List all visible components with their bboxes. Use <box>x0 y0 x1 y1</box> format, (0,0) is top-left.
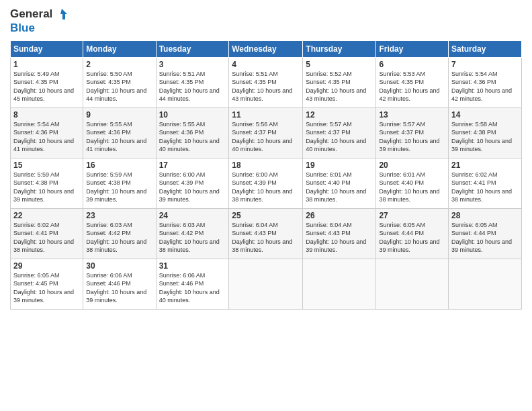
day-number: 5 <box>306 60 373 69</box>
calendar-header-tuesday: Tuesday <box>156 40 229 57</box>
calendar-cell: 11 Sunrise: 5:56 AM Sunset: 4:37 PM Dayl… <box>229 107 303 158</box>
logo-arrow-icon <box>54 7 69 21</box>
day-number: 8 <box>13 110 80 120</box>
calendar-cell: 29 Sunrise: 6:05 AM Sunset: 4:45 PM Dayl… <box>11 259 83 309</box>
calendar-cell: 23 Sunrise: 6:03 AM Sunset: 4:42 PM Dayl… <box>83 208 156 259</box>
day-info: Sunrise: 6:03 AM Sunset: 4:42 PM Dayligh… <box>86 221 152 255</box>
day-number: 22 <box>13 211 80 220</box>
day-number: 16 <box>86 161 152 170</box>
day-number: 2 <box>86 60 152 69</box>
calendar-cell: 10 Sunrise: 5:55 AM Sunset: 4:36 PM Dayl… <box>156 107 229 158</box>
day-info: Sunrise: 5:53 AM Sunset: 4:35 PM Dayligh… <box>379 70 445 103</box>
calendar-cell: 15 Sunrise: 5:59 AM Sunset: 4:38 PM Dayl… <box>11 158 83 208</box>
day-number: 26 <box>306 211 373 220</box>
calendar-cell: 9 Sunrise: 5:55 AM Sunset: 4:36 PM Dayli… <box>83 107 156 158</box>
logo-general: General <box>10 7 52 21</box>
calendar-cell: 13 Sunrise: 5:57 AM Sunset: 4:37 PM Dayl… <box>376 107 449 158</box>
calendar-cell <box>449 259 522 309</box>
calendar-cell: 27 Sunrise: 6:05 AM Sunset: 4:44 PM Dayl… <box>376 208 449 259</box>
day-number: 11 <box>232 110 300 120</box>
day-number: 15 <box>13 161 80 170</box>
calendar-cell <box>303 259 376 309</box>
day-number: 24 <box>159 211 226 220</box>
day-info: Sunrise: 5:54 AM Sunset: 4:36 PM Dayligh… <box>451 70 519 103</box>
day-number: 17 <box>159 161 226 170</box>
calendar-cell: 2 Sunrise: 5:50 AM Sunset: 4:35 PM Dayli… <box>83 57 156 107</box>
calendar-table: SundayMondayTuesdayWednesdayThursdayFrid… <box>10 40 522 310</box>
calendar-cell: 21 Sunrise: 6:02 AM Sunset: 4:41 PM Dayl… <box>449 158 522 208</box>
day-info: Sunrise: 6:01 AM Sunset: 4:40 PM Dayligh… <box>306 171 373 204</box>
calendar-week-row: 29 Sunrise: 6:05 AM Sunset: 4:45 PM Dayl… <box>11 259 522 309</box>
calendar-header-row: SundayMondayTuesdayWednesdayThursdayFrid… <box>11 40 522 57</box>
day-number: 6 <box>379 60 445 69</box>
day-number: 29 <box>13 261 80 271</box>
calendar-cell: 12 Sunrise: 5:57 AM Sunset: 4:37 PM Dayl… <box>303 107 376 158</box>
calendar-cell: 1 Sunrise: 5:49 AM Sunset: 4:35 PM Dayli… <box>11 57 83 107</box>
calendar-cell <box>376 259 449 309</box>
day-info: Sunrise: 6:03 AM Sunset: 4:42 PM Dayligh… <box>159 221 226 255</box>
day-info: Sunrise: 5:55 AM Sunset: 4:36 PM Dayligh… <box>86 120 152 154</box>
logo-graphic: General Blue <box>10 7 69 35</box>
calendar-cell: 24 Sunrise: 6:03 AM Sunset: 4:42 PM Dayl… <box>156 208 229 259</box>
day-info: Sunrise: 5:59 AM Sunset: 4:38 PM Dayligh… <box>86 171 152 204</box>
day-info: Sunrise: 6:02 AM Sunset: 4:41 PM Dayligh… <box>451 171 519 204</box>
day-info: Sunrise: 5:55 AM Sunset: 4:36 PM Dayligh… <box>159 120 226 154</box>
day-info: Sunrise: 6:02 AM Sunset: 4:41 PM Dayligh… <box>13 221 80 255</box>
day-info: Sunrise: 6:01 AM Sunset: 4:40 PM Dayligh… <box>379 171 445 204</box>
day-number: 13 <box>379 110 445 120</box>
page-container: General Blue SundayMondayTuesdayWednesda… <box>0 0 532 316</box>
calendar-cell: 7 Sunrise: 5:54 AM Sunset: 4:36 PM Dayli… <box>449 57 522 107</box>
day-number: 9 <box>86 110 152 120</box>
day-info: Sunrise: 6:05 AM Sunset: 4:45 PM Dayligh… <box>13 271 80 305</box>
calendar-header-wednesday: Wednesday <box>229 40 303 57</box>
calendar-header-sunday: Sunday <box>11 40 83 57</box>
day-info: Sunrise: 6:04 AM Sunset: 4:43 PM Dayligh… <box>306 221 373 255</box>
day-number: 28 <box>451 211 519 220</box>
calendar-cell: 26 Sunrise: 6:04 AM Sunset: 4:43 PM Dayl… <box>303 208 376 259</box>
calendar-cell: 16 Sunrise: 5:59 AM Sunset: 4:38 PM Dayl… <box>83 158 156 208</box>
calendar-cell: 22 Sunrise: 6:02 AM Sunset: 4:41 PM Dayl… <box>11 208 83 259</box>
calendar-week-row: 1 Sunrise: 5:49 AM Sunset: 4:35 PM Dayli… <box>11 57 522 107</box>
day-number: 30 <box>86 261 152 271</box>
day-info: Sunrise: 5:57 AM Sunset: 4:37 PM Dayligh… <box>306 120 373 154</box>
day-number: 20 <box>379 161 445 170</box>
calendar-cell: 30 Sunrise: 6:06 AM Sunset: 4:46 PM Dayl… <box>83 259 156 309</box>
calendar-header-monday: Monday <box>83 40 156 57</box>
day-number: 27 <box>379 211 445 220</box>
calendar-header-friday: Friday <box>376 40 449 57</box>
calendar-cell: 25 Sunrise: 6:04 AM Sunset: 4:43 PM Dayl… <box>229 208 303 259</box>
day-info: Sunrise: 6:00 AM Sunset: 4:39 PM Dayligh… <box>232 171 300 204</box>
day-info: Sunrise: 6:05 AM Sunset: 4:44 PM Dayligh… <box>451 221 519 255</box>
calendar-cell: 28 Sunrise: 6:05 AM Sunset: 4:44 PM Dayl… <box>449 208 522 259</box>
calendar-header-thursday: Thursday <box>303 40 376 57</box>
calendar-week-row: 22 Sunrise: 6:02 AM Sunset: 4:41 PM Dayl… <box>11 208 522 259</box>
day-info: Sunrise: 5:51 AM Sunset: 4:35 PM Dayligh… <box>159 70 226 103</box>
day-info: Sunrise: 6:06 AM Sunset: 4:46 PM Dayligh… <box>159 271 226 305</box>
calendar-cell: 6 Sunrise: 5:53 AM Sunset: 4:35 PM Dayli… <box>376 57 449 107</box>
day-number: 23 <box>86 211 152 220</box>
day-number: 4 <box>232 60 300 69</box>
day-info: Sunrise: 5:56 AM Sunset: 4:37 PM Dayligh… <box>232 120 300 154</box>
day-info: Sunrise: 5:52 AM Sunset: 4:35 PM Dayligh… <box>306 70 373 103</box>
calendar-cell: 3 Sunrise: 5:51 AM Sunset: 4:35 PM Dayli… <box>156 57 229 107</box>
calendar-cell: 20 Sunrise: 6:01 AM Sunset: 4:40 PM Dayl… <box>376 158 449 208</box>
day-info: Sunrise: 5:50 AM Sunset: 4:35 PM Dayligh… <box>86 70 152 103</box>
day-info: Sunrise: 6:06 AM Sunset: 4:46 PM Dayligh… <box>86 271 152 305</box>
calendar-cell <box>229 259 303 309</box>
day-number: 21 <box>451 161 519 170</box>
day-info: Sunrise: 5:58 AM Sunset: 4:38 PM Dayligh… <box>451 120 519 154</box>
day-number: 10 <box>159 110 226 120</box>
calendar-cell: 31 Sunrise: 6:06 AM Sunset: 4:46 PM Dayl… <box>156 259 229 309</box>
day-number: 1 <box>13 60 80 69</box>
day-number: 19 <box>306 161 373 170</box>
calendar-cell: 8 Sunrise: 5:54 AM Sunset: 4:36 PM Dayli… <box>11 107 83 158</box>
day-info: Sunrise: 5:59 AM Sunset: 4:38 PM Dayligh… <box>13 171 80 204</box>
header: General Blue <box>10 7 522 35</box>
day-number: 14 <box>451 110 519 120</box>
day-number: 31 <box>159 261 226 271</box>
day-info: Sunrise: 6:00 AM Sunset: 4:39 PM Dayligh… <box>159 171 226 204</box>
calendar-cell: 4 Sunrise: 5:51 AM Sunset: 4:35 PM Dayli… <box>229 57 303 107</box>
day-info: Sunrise: 5:57 AM Sunset: 4:37 PM Dayligh… <box>379 120 445 154</box>
day-info: Sunrise: 5:54 AM Sunset: 4:36 PM Dayligh… <box>13 120 80 154</box>
day-info: Sunrise: 6:05 AM Sunset: 4:44 PM Dayligh… <box>379 221 445 255</box>
